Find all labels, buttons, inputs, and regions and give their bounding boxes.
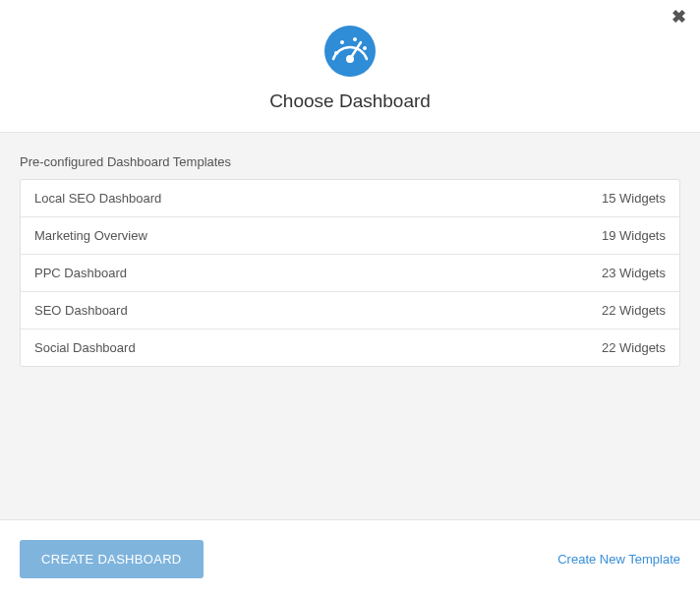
- modal-title: Choose Dashboard: [0, 90, 700, 112]
- modal-header: Choose Dashboard: [0, 0, 700, 132]
- svg-point-3: [353, 37, 357, 41]
- template-name: SEO Dashboard: [34, 303, 128, 318]
- section-label: Pre-configured Dashboard Templates: [20, 154, 680, 169]
- template-count: 15 Widgets: [602, 191, 666, 206]
- create-dashboard-button[interactable]: CREATE DASHBOARD: [20, 540, 204, 578]
- template-count: 23 Widgets: [602, 266, 666, 280]
- modal-footer: CREATE DASHBOARD Create New Template: [0, 519, 700, 598]
- svg-point-4: [363, 46, 367, 50]
- template-row[interactable]: Local SEO Dashboard 15 Widgets: [21, 180, 679, 217]
- template-row[interactable]: Marketing Overview 19 Widgets: [21, 217, 679, 255]
- svg-point-1: [334, 51, 338, 55]
- template-list: Local SEO Dashboard 15 Widgets Marketing…: [20, 179, 680, 367]
- template-row[interactable]: Social Dashboard 22 Widgets: [21, 329, 679, 366]
- template-name: PPC Dashboard: [34, 266, 127, 280]
- close-icon[interactable]: ✖: [671, 8, 686, 26]
- create-template-link[interactable]: Create New Template: [557, 552, 680, 567]
- template-name: Local SEO Dashboard: [34, 191, 161, 206]
- gauge-icon: [324, 26, 376, 77]
- template-count: 19 Widgets: [602, 228, 666, 243]
- template-count: 22 Widgets: [602, 303, 666, 318]
- svg-point-0: [324, 26, 376, 77]
- template-name: Social Dashboard: [34, 340, 136, 355]
- template-row[interactable]: SEO Dashboard 22 Widgets: [21, 292, 679, 329]
- svg-point-2: [340, 40, 344, 44]
- svg-point-6: [346, 55, 354, 63]
- modal-content: Pre-configured Dashboard Templates Local…: [0, 133, 700, 519]
- template-count: 22 Widgets: [602, 340, 666, 355]
- template-row[interactable]: PPC Dashboard 23 Widgets: [21, 255, 679, 292]
- template-name: Marketing Overview: [34, 228, 147, 243]
- choose-dashboard-modal: ✖ Choose Dashboard Pre-configured Dashbo…: [0, 0, 700, 598]
